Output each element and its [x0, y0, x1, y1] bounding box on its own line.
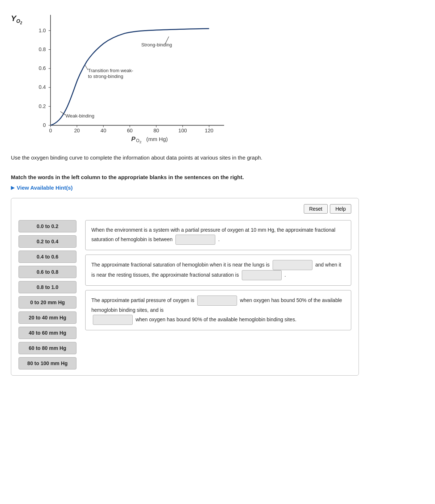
svg-text:(mm Hg): (mm Hg)	[146, 136, 168, 142]
drag-item-0to20mmhg[interactable]: 0 to 20 mm Hg	[18, 296, 76, 309]
sentence2-period: .	[285, 272, 286, 277]
drag-item-0.8to1.0[interactable]: 0.8 to 1.0	[18, 281, 76, 293]
y-axis-label: YO2	[11, 15, 22, 25]
matching-content: 0.0 to 0.2 0.2 to 0.4 0.4 to 0.6 0.6 to …	[18, 220, 351, 369]
svg-text:0.4: 0.4	[39, 84, 46, 90]
top-buttons-row: Reset Help	[18, 204, 351, 214]
reset-button[interactable]: Reset	[304, 204, 328, 214]
drag-item-0.4to0.6[interactable]: 0.4 to 0.6	[18, 251, 76, 263]
svg-text:60: 60	[127, 128, 133, 133]
drop-blank-1[interactable]	[175, 235, 215, 245]
drag-item-0.2to0.4[interactable]: 0.2 to 0.4	[18, 235, 76, 248]
sentence-box-3: The approximate partial pressure of oxyg…	[85, 290, 351, 330]
left-column: 0.0 to 0.2 0.2 to 0.4 0.4 to 0.6 0.6 to …	[18, 220, 76, 369]
drag-item-60to80mmhg[interactable]: 60 to 80 mm Hg	[18, 342, 76, 354]
svg-text:1.0: 1.0	[39, 28, 46, 33]
svg-text:Strong-binding: Strong-binding	[141, 42, 172, 47]
svg-text:0.8: 0.8	[39, 46, 46, 52]
svg-text:Transition from weak-: Transition from weak-	[88, 68, 133, 73]
sentence-box-2: The approximate fractional saturation of…	[85, 255, 351, 286]
drop-blank-4[interactable]	[197, 296, 237, 306]
svg-text:to strong-binding: to strong-binding	[88, 74, 123, 79]
svg-text:0.2: 0.2	[39, 103, 46, 109]
sentence3-part3: when oxygen has bound 90% of the availab…	[136, 317, 297, 322]
svg-line-36	[85, 65, 88, 70]
svg-text:20: 20	[74, 128, 80, 133]
svg-text:P: P	[131, 135, 136, 142]
svg-text:40: 40	[100, 128, 106, 133]
svg-text:0: 0	[49, 128, 52, 133]
svg-text:0.6: 0.6	[39, 65, 46, 71]
svg-text:120: 120	[205, 128, 214, 133]
svg-text:80: 80	[153, 128, 159, 133]
help-button[interactable]: Help	[330, 204, 351, 214]
chart-area: YO2 0 0.2 0.4 0.6 0.8 1.0	[11, 11, 424, 145]
drop-blank-3[interactable]	[242, 270, 282, 280]
drag-item-20to40mmhg[interactable]: 20 to 40 mm Hg	[18, 311, 76, 324]
right-column: When the environment is a system with a …	[85, 220, 351, 369]
svg-text:2: 2	[140, 140, 141, 144]
instruction-text: Match the words in the left column to th…	[11, 174, 337, 180]
description-text: Use the oxygen binding curve to complete…	[11, 154, 337, 162]
sentence3-part1: The approximate partial pressure of oxyg…	[91, 297, 196, 303]
sentence1-period: .	[218, 236, 220, 242]
y-axis-text: YO2	[11, 15, 22, 25]
svg-text:0: 0	[43, 122, 46, 128]
drop-blank-5[interactable]	[93, 315, 133, 325]
hint-arrow-icon: ▶	[11, 185, 14, 190]
drag-item-40to60mmhg[interactable]: 40 to 60 mm Hg	[18, 327, 76, 339]
chart-container: 0 0.2 0.4 0.6 0.8 1.0 0 20 40	[24, 11, 235, 145]
svg-text:100: 100	[178, 128, 187, 133]
hint-label: View Available Hint(s)	[17, 185, 73, 191]
hint-link[interactable]: ▶ View Available Hint(s)	[11, 185, 424, 191]
drag-item-80to100mmhg[interactable]: 80 to 100 mm Hg	[18, 357, 76, 369]
svg-text:Weak-binding: Weak-binding	[66, 113, 95, 119]
oxygen-binding-curve-chart: 0 0.2 0.4 0.6 0.8 1.0 0 20 40	[24, 11, 235, 145]
sentence-box-1: When the environment is a system with a …	[85, 220, 351, 250]
drop-blank-2[interactable]	[273, 260, 312, 270]
matching-box: Reset Help 0.0 to 0.2 0.2 to 0.4 0.4 to …	[11, 198, 359, 376]
svg-text:O: O	[136, 138, 139, 143]
sentence2-part1: The approximate fractional saturation of…	[91, 261, 271, 267]
drag-item-0to0.2[interactable]: 0.0 to 0.2	[18, 220, 76, 232]
drag-item-0.6to0.8[interactable]: 0.6 to 0.8	[18, 266, 76, 278]
